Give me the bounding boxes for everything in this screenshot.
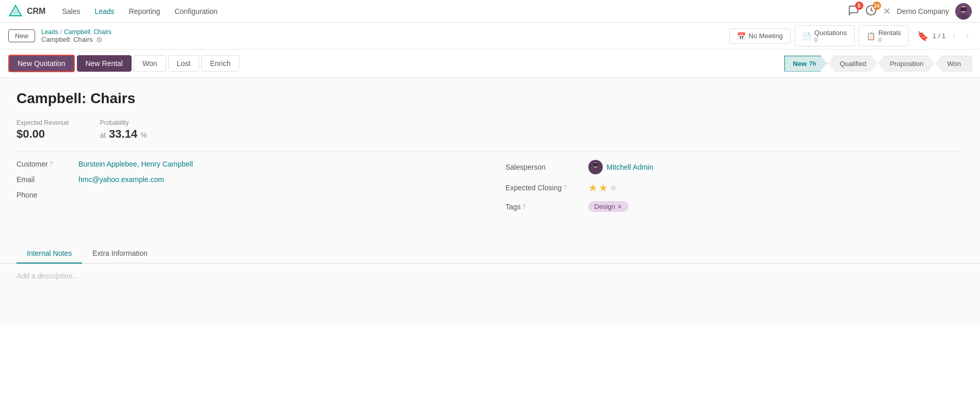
avatar[interactable] bbox=[955, 3, 972, 20]
no-meeting-button[interactable]: 📅 No Meeting bbox=[729, 28, 791, 44]
new-rental-button[interactable]: New Rental bbox=[77, 55, 132, 72]
pager-prev[interactable]: ‹ bbox=[950, 30, 958, 42]
stage-qualified-label: Qualified bbox=[840, 60, 866, 68]
expected-revenue-value[interactable]: $0.00 bbox=[17, 127, 69, 141]
nav-sales[interactable]: Sales bbox=[56, 4, 86, 19]
nav-leads[interactable]: Leads bbox=[88, 4, 120, 19]
stage-won-label: Won bbox=[947, 60, 961, 68]
probability-row: at 33.14 % bbox=[100, 127, 147, 141]
pager-count: 1 / 1 bbox=[933, 32, 945, 40]
probability-value[interactable]: 33.14 bbox=[109, 127, 137, 141]
customer-label: Customer ? bbox=[17, 160, 78, 168]
form-columns: Customer ? Burstein Applebee, Henry Camp… bbox=[17, 160, 963, 219]
svg-rect-6 bbox=[960, 7, 967, 11]
nav-reporting[interactable]: Reporting bbox=[123, 4, 167, 19]
tab-extra-information[interactable]: Extra Information bbox=[82, 244, 158, 264]
stage-qualified[interactable]: Qualified bbox=[828, 56, 877, 72]
main-content: Campbell: Chairs Expected Revenue $0.00 … bbox=[0, 78, 980, 244]
quotations-label: Quotations 0 bbox=[814, 29, 847, 43]
record-title: Campbell: Chairs bbox=[17, 90, 963, 107]
expected-revenue-label: Expected Revenue bbox=[17, 119, 69, 126]
svg-rect-8 bbox=[593, 163, 598, 167]
lost-button[interactable]: Lost bbox=[168, 55, 199, 72]
tags-label: Tags ? bbox=[506, 203, 588, 211]
rentals-button[interactable]: 📋 Rentals 0 bbox=[859, 25, 909, 46]
nav-configuration[interactable]: Configuration bbox=[168, 4, 223, 19]
tab-internal-notes[interactable]: Internal Notes bbox=[17, 244, 82, 264]
tag-close-icon[interactable]: ✕ bbox=[617, 203, 622, 210]
closing-help[interactable]: ? bbox=[563, 184, 567, 191]
customer-help[interactable]: ? bbox=[50, 160, 53, 168]
tab-content: Add a description... bbox=[0, 264, 980, 325]
right-column: Salesperson Mitchell Admin Expected Clos… bbox=[506, 160, 964, 219]
phone-row: Phone bbox=[17, 191, 475, 199]
salesperson-name[interactable]: Mitchell Admin bbox=[607, 163, 653, 171]
tag-design-label: Design bbox=[595, 203, 615, 210]
new-quotation-button[interactable]: New Quotation bbox=[8, 55, 75, 72]
customer-value[interactable]: Burstein Applebee, Henry Campbell bbox=[78, 160, 193, 168]
phone-label: Phone bbox=[17, 191, 78, 199]
rentals-icon: 📋 bbox=[866, 32, 875, 40]
tags-help[interactable]: ? bbox=[522, 203, 526, 210]
description-placeholder[interactable]: Add a description... bbox=[17, 272, 963, 280]
probability-at: at bbox=[100, 131, 106, 139]
salesperson-field: Mitchell Admin bbox=[588, 160, 653, 174]
stars[interactable]: ★ ★ ★ bbox=[588, 182, 618, 194]
quotations-button[interactable]: 📄 Quotations 0 bbox=[795, 25, 855, 46]
stage-proposition-label: Proposition bbox=[890, 60, 923, 68]
salesperson-row: Salesperson Mitchell Admin bbox=[506, 160, 964, 174]
tabs-row: Internal Notes Extra Information bbox=[0, 244, 980, 264]
breadcrumb-current: Campbell: Chairs ⚙ bbox=[41, 36, 111, 44]
stats-row: Expected Revenue $0.00 Probability at 33… bbox=[17, 119, 963, 141]
stage-proposition[interactable]: Proposition bbox=[878, 56, 934, 72]
tag-design: Design ✕ bbox=[588, 201, 629, 212]
stage-new[interactable]: New 7h bbox=[784, 56, 827, 72]
stage-won[interactable]: Won bbox=[936, 56, 972, 72]
email-row: Email hmc@yahoo.example.com bbox=[17, 175, 475, 184]
pager-next[interactable]: › bbox=[963, 30, 972, 42]
stage-new-label: New bbox=[793, 60, 807, 68]
action-pipeline-row: New Quotation New Rental Won Lost Enrich… bbox=[0, 50, 980, 78]
email-value[interactable]: hmc@yahoo.example.com bbox=[78, 175, 164, 184]
breadcrumb-separator: / bbox=[60, 28, 62, 36]
quotations-icon: 📄 bbox=[802, 32, 811, 40]
probability-group: Probability at 33.14 % bbox=[100, 119, 147, 141]
calendar-icon: 📅 bbox=[737, 32, 746, 40]
app-logo[interactable] bbox=[8, 4, 23, 19]
rentals-label: Rentals 0 bbox=[878, 29, 901, 43]
gear-icon[interactable]: ⚙ bbox=[96, 36, 103, 44]
tags-row: Tags ? Design ✕ bbox=[506, 201, 964, 212]
left-column: Customer ? Burstein Applebee, Henry Camp… bbox=[17, 160, 475, 219]
star-2[interactable]: ★ bbox=[599, 182, 608, 194]
breadcrumb-child-link[interactable]: Campbell: Chairs bbox=[64, 28, 111, 36]
expected-revenue-group: Expected Revenue $0.00 bbox=[17, 119, 69, 141]
clock-button[interactable]: 24 bbox=[865, 5, 877, 18]
won-button[interactable]: Won bbox=[134, 55, 166, 72]
customer-row: Customer ? Burstein Applebee, Henry Camp… bbox=[17, 160, 475, 168]
expected-closing-label: Expected Closing ? bbox=[506, 184, 588, 192]
clock-badge: 24 bbox=[873, 2, 881, 10]
divider bbox=[17, 151, 963, 152]
close-icon[interactable]: ✕ bbox=[883, 6, 891, 17]
topnav: CRM Sales Leads Reporting Configuration … bbox=[0, 0, 980, 23]
star-1[interactable]: ★ bbox=[588, 182, 598, 194]
breadcrumb: Leads / Campbell: Chairs Campbell: Chair… bbox=[41, 28, 111, 44]
probability-pct: % bbox=[140, 131, 147, 139]
email-label: Email bbox=[17, 175, 78, 184]
stage-new-time: 7h bbox=[809, 60, 816, 67]
salesperson-label: Salesperson bbox=[506, 163, 588, 171]
breadcrumb-parent-link[interactable]: Leads bbox=[41, 28, 58, 36]
new-button[interactable]: New bbox=[8, 29, 35, 42]
notifications-badge: 6 bbox=[855, 2, 863, 10]
app-name[interactable]: CRM bbox=[27, 7, 45, 16]
notifications-button[interactable]: 6 bbox=[848, 5, 859, 18]
breadcrumb-current-label: Campbell: Chairs bbox=[41, 36, 93, 43]
breadcrumb-actions: 📅 No Meeting 📄 Quotations 0 📋 Rentals 0 bbox=[729, 25, 909, 46]
company-name[interactable]: Demo Company bbox=[897, 7, 949, 15]
star-3[interactable]: ★ bbox=[609, 182, 618, 194]
pipeline: New 7h Qualified Proposition Won bbox=[784, 56, 972, 72]
breadcrumb-path: Leads / Campbell: Chairs bbox=[41, 28, 111, 36]
expected-closing-row: Expected Closing ? ★ ★ ★ bbox=[506, 182, 964, 194]
enrich-button[interactable]: Enrich bbox=[201, 55, 239, 72]
bookmark-icon[interactable]: 🔖 bbox=[917, 30, 928, 42]
